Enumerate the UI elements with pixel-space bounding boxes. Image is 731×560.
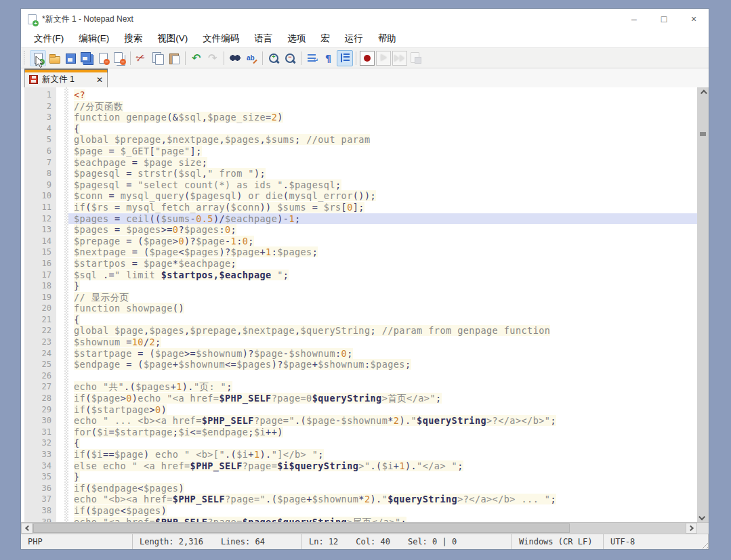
closeall-button[interactable] bbox=[111, 50, 127, 66]
code-segment: $page bbox=[144, 258, 173, 269]
menu-item-search[interactable]: 搜索 bbox=[117, 30, 150, 47]
menu-item-settings[interactable]: 选项 bbox=[280, 30, 313, 47]
undo-button[interactable] bbox=[188, 50, 205, 66]
code-segment: ; bbox=[283, 270, 289, 280]
menu-item-file[interactable]: 文件(F) bbox=[26, 30, 71, 47]
code-segment: if bbox=[74, 449, 85, 460]
vertical-scroll-thumb[interactable] bbox=[700, 132, 706, 136]
code-segment: mysql_fetch_array bbox=[126, 202, 225, 213]
tab-bar: 新文件 1 ✕ bbox=[21, 68, 709, 87]
code-segment: ( bbox=[85, 393, 91, 404]
code-segment: = bbox=[126, 168, 138, 179]
code-line: global $page,$pages,$prepage,$nextpage,$… bbox=[68, 325, 697, 337]
scroll-down-icon[interactable] bbox=[697, 511, 709, 522]
line-number: 8 bbox=[24, 168, 51, 179]
redo-button[interactable] bbox=[205, 50, 221, 66]
code-segment: $nextpage bbox=[167, 134, 219, 145]
code-segment: 1 bbox=[176, 381, 182, 392]
title-bar[interactable]: *新文件 1 - Notepad Next – □ × bbox=[21, 9, 709, 29]
code-segment: $page bbox=[114, 449, 144, 460]
code-segment: " bbox=[272, 270, 283, 280]
zoom-in-button[interactable] bbox=[266, 50, 282, 66]
menu-item-language[interactable]: 语言 bbox=[247, 30, 280, 47]
close-button[interactable]: × bbox=[679, 9, 709, 29]
code-segment: ?page= bbox=[243, 460, 277, 471]
cut-button[interactable] bbox=[133, 50, 150, 66]
maximize-button[interactable]: □ bbox=[649, 9, 679, 29]
record-button[interactable] bbox=[360, 51, 375, 66]
code-segment: $prepage bbox=[74, 236, 126, 246]
code-segment: $pages bbox=[277, 246, 312, 257]
code-segment: $conn bbox=[74, 190, 108, 201]
code-line: function showpage() bbox=[68, 303, 697, 314]
close-button[interactable] bbox=[95, 50, 111, 66]
zoom-out-button[interactable] bbox=[282, 50, 298, 66]
copy-icon bbox=[152, 52, 164, 64]
menu-item-run[interactable]: 运行 bbox=[337, 30, 371, 47]
code-segment: >" bbox=[358, 460, 370, 471]
code-segment: , bbox=[236, 325, 243, 336]
toolbar-grip[interactable] bbox=[24, 51, 27, 65]
status-text: Length: 2,316 bbox=[140, 535, 203, 549]
indent-button[interactable] bbox=[337, 50, 353, 66]
code-segment: "select count(*) as ids " bbox=[138, 179, 283, 190]
menu-item-macro[interactable]: 宏 bbox=[313, 30, 337, 47]
status-pane-eol-format[interactable]: Windows (CR LF) bbox=[512, 534, 604, 549]
scroll-up-icon[interactable] bbox=[697, 87, 709, 98]
menu-item-encoding[interactable]: 文件编码 bbox=[195, 30, 247, 47]
ffwd-button[interactable] bbox=[392, 51, 407, 66]
tab-close-icon[interactable]: ✕ bbox=[96, 76, 103, 84]
code-segment: >?</a></b>" bbox=[486, 415, 550, 426]
play-button[interactable] bbox=[376, 51, 391, 66]
save-button[interactable] bbox=[62, 50, 79, 66]
minimize-button[interactable]: – bbox=[619, 9, 649, 29]
new-button[interactable] bbox=[30, 50, 46, 66]
menu-item-edit[interactable]: 编辑(E) bbox=[71, 30, 117, 47]
line-number: 15 bbox=[24, 246, 51, 258]
pilcrow-button[interactable] bbox=[320, 50, 337, 66]
code-segment: ( bbox=[184, 190, 190, 201]
code-segment: 0 bbox=[178, 236, 184, 246]
code-segment: $queryString bbox=[388, 494, 457, 504]
macro-save-button[interactable] bbox=[408, 50, 424, 66]
horizontal-scrollbar[interactable] bbox=[21, 522, 709, 534]
menu-item-help[interactable]: 帮助 bbox=[371, 30, 404, 47]
code-segment: = bbox=[312, 202, 324, 213]
code-segment: )) bbox=[260, 202, 278, 213]
code-segment: $nextpage bbox=[74, 246, 132, 257]
code-segment: mysql_error bbox=[289, 190, 352, 201]
paste-icon bbox=[168, 52, 180, 64]
line-number: 32 bbox=[24, 437, 51, 449]
status-pane-language[interactable]: PHP bbox=[21, 534, 133, 549]
code-segment: 2 bbox=[150, 337, 156, 347]
open-button[interactable] bbox=[46, 50, 62, 66]
scroll-right-icon[interactable] bbox=[686, 523, 697, 534]
vertical-scrollbar[interactable] bbox=[697, 87, 709, 522]
window-title: *新文件 1 - Notepad Next bbox=[42, 14, 133, 25]
code-segment: : bbox=[219, 224, 225, 235]
code-segment: ; bbox=[226, 381, 232, 392]
code-segment: + bbox=[312, 359, 318, 370]
replace-button[interactable] bbox=[243, 50, 259, 66]
tab-new-file-1[interactable]: 新文件 1 ✕ bbox=[24, 68, 108, 87]
scroll-left-icon[interactable] bbox=[21, 523, 33, 534]
saveall-button[interactable] bbox=[79, 50, 95, 66]
code-text-area[interactable]: <?//分页函数function genpage(&$sql,$page_siz… bbox=[68, 87, 697, 522]
paste-button[interactable] bbox=[166, 50, 182, 66]
find-button[interactable] bbox=[227, 50, 243, 66]
code-segment: ; bbox=[550, 415, 556, 426]
toolbar bbox=[21, 47, 709, 68]
code-segment: .( bbox=[225, 449, 236, 460]
code-segment: .( bbox=[370, 460, 381, 471]
copy-button[interactable] bbox=[150, 50, 166, 66]
status-pane-encoding[interactable]: UTF-8 bbox=[604, 534, 709, 549]
code-segment: = bbox=[266, 112, 272, 123]
menu-item-view[interactable]: 视图(V) bbox=[150, 30, 195, 47]
line-number: 38 bbox=[24, 505, 51, 517]
code-segment: ; bbox=[231, 258, 237, 269]
code-segment: > bbox=[121, 393, 127, 404]
code-segment: $pages bbox=[236, 359, 271, 370]
horizontal-scroll-thumb[interactable] bbox=[33, 523, 570, 533]
wrap-button[interactable] bbox=[304, 50, 320, 66]
code-segment: echo "<a href= bbox=[74, 517, 155, 522]
